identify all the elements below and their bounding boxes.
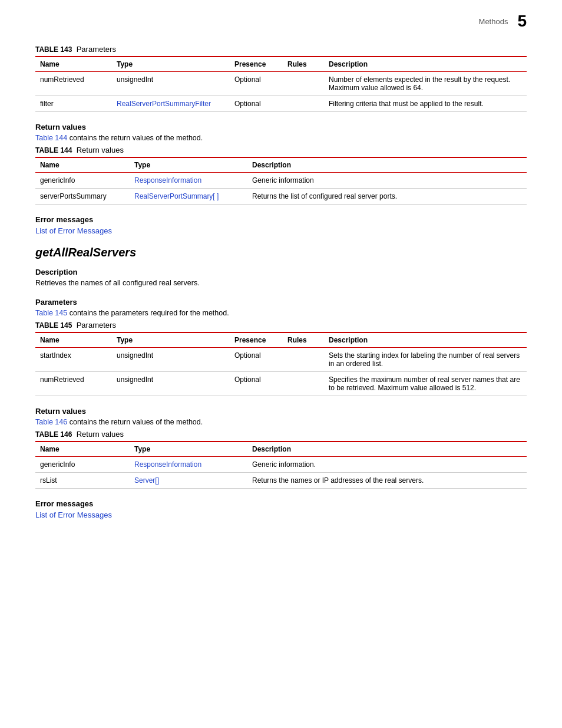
col-header-type: Type bbox=[112, 57, 230, 72]
table145-label: TABLE 145 Parameters bbox=[35, 321, 527, 330]
table-row: startIndex unsignedInt Optional Sets the… bbox=[35, 348, 527, 372]
error-messages-143-link[interactable]: List of Error Messages bbox=[35, 226, 112, 235]
cell-name: serverPortsSummary bbox=[35, 189, 130, 205]
col-header-description: Description bbox=[247, 157, 527, 173]
cell-rules bbox=[283, 72, 324, 96]
cell-type[interactable]: ResponseInformation bbox=[130, 173, 247, 189]
col-header-name: Name bbox=[35, 57, 112, 72]
cell-description: Generic information. bbox=[247, 457, 527, 473]
table146: Name Type Description genericInfo Respon… bbox=[35, 441, 527, 489]
cell-rules bbox=[283, 348, 324, 372]
cell-type[interactable]: Server[] bbox=[130, 473, 247, 489]
cell-name: startIndex bbox=[35, 348, 112, 372]
cell-name: filter bbox=[35, 96, 112, 112]
table144-ref-link[interactable]: Table 144 bbox=[35, 134, 67, 142]
parameters-145-section: Parameters Table 145 contains the parame… bbox=[35, 298, 527, 396]
table-row: numRetrieved unsignedInt Optional Number… bbox=[35, 72, 527, 96]
return-values-145: Return values Table 146 contains the ret… bbox=[35, 407, 527, 489]
section-label: Methods bbox=[479, 17, 508, 26]
cell-name: numRetrieved bbox=[35, 72, 112, 96]
cell-type: unsignedInt bbox=[112, 372, 230, 396]
col-header-name: Name bbox=[35, 157, 130, 173]
table144-label: TABLE 144 Return values bbox=[35, 146, 527, 154]
table146-header-row: Name Type Description bbox=[35, 442, 527, 457]
table143-section: TABLE 143 Parameters Name Type Presence … bbox=[35, 45, 527, 112]
cell-rules bbox=[283, 372, 324, 396]
table-row: genericInfo ResponseInformation Generic … bbox=[35, 457, 527, 473]
col-header-presence: Presence bbox=[230, 57, 283, 72]
table145: Name Type Presence Rules Description sta… bbox=[35, 332, 527, 396]
cell-name: rsList bbox=[35, 473, 130, 489]
col-header-presence: Presence bbox=[230, 332, 283, 348]
table146-label: TABLE 146 Return values bbox=[35, 430, 527, 439]
cell-type[interactable]: RealServerPortSummary[ ] bbox=[130, 189, 247, 205]
col-header-rules: Rules bbox=[283, 57, 324, 72]
cell-name: numRetrieved bbox=[35, 372, 112, 396]
cell-rules bbox=[283, 96, 324, 112]
cell-type[interactable]: RealServerPortSummaryFilter bbox=[112, 96, 230, 112]
col-header-description: Description bbox=[324, 57, 527, 72]
parameters-145-intro: Table 145 contains the parameters requir… bbox=[35, 309, 527, 317]
table145-ref-link[interactable]: Table 145 bbox=[35, 309, 67, 317]
table143-label: TABLE 143 Parameters bbox=[35, 45, 527, 54]
parameters-145-title: Parameters bbox=[35, 298, 527, 307]
description-section: Description Retrieves the names of all c… bbox=[35, 268, 527, 287]
col-header-description: Description bbox=[324, 332, 527, 348]
table146-ref-link[interactable]: Table 146 bbox=[35, 418, 67, 426]
table-row: genericInfo ResponseInformation Generic … bbox=[35, 173, 527, 189]
cell-description: Specifies the maximum number of real ser… bbox=[324, 372, 527, 396]
return-values-143-title: Return values bbox=[35, 123, 527, 131]
table145-header-row: Name Type Presence Rules Description bbox=[35, 332, 527, 348]
error-messages-145-title: Error messages bbox=[35, 499, 527, 508]
table-row: serverPortsSummary RealServerPortSummary… bbox=[35, 189, 527, 205]
table144: Name Type Description genericInfo Respon… bbox=[35, 157, 527, 205]
page-header: Methods 5 bbox=[35, 12, 527, 33]
cell-type: unsignedInt bbox=[112, 72, 230, 96]
col-header-type: Type bbox=[130, 442, 247, 457]
return-values-143: Return values Table 144 contains the ret… bbox=[35, 123, 527, 205]
table-row: rsList Server[] Returns the names or IP … bbox=[35, 473, 527, 489]
return-values-145-title: Return values bbox=[35, 407, 527, 416]
cell-presence: Optional bbox=[230, 96, 283, 112]
return-values-143-intro: Table 144 contains the return values of … bbox=[35, 134, 527, 142]
col-header-type: Type bbox=[130, 157, 247, 173]
cell-description: Returns the list of configured real serv… bbox=[247, 189, 527, 205]
cell-presence: Optional bbox=[230, 372, 283, 396]
description-text: Retrieves the names of all configured re… bbox=[35, 279, 527, 287]
col-header-type: Type bbox=[112, 332, 230, 348]
cell-presence: Optional bbox=[230, 348, 283, 372]
error-messages-145: Error messages List of Error Messages bbox=[35, 499, 527, 519]
error-messages-143-title: Error messages bbox=[35, 215, 527, 224]
cell-type: unsignedInt bbox=[112, 348, 230, 372]
description-title: Description bbox=[35, 268, 527, 276]
table144-header-row: Name Type Description bbox=[35, 157, 527, 173]
return-values-145-intro: Table 146 contains the return values of … bbox=[35, 418, 527, 426]
method-title: getAllRealServers bbox=[35, 246, 527, 259]
col-header-rules: Rules bbox=[283, 332, 324, 348]
cell-description: Number of elements expected in the resul… bbox=[324, 72, 527, 96]
table-row: filter RealServerPortSummaryFilter Optio… bbox=[35, 96, 527, 112]
table143-header-row: Name Type Presence Rules Description bbox=[35, 57, 527, 72]
cell-description: Generic information bbox=[247, 173, 527, 189]
cell-description: Sets the starting index for labeling the… bbox=[324, 348, 527, 372]
cell-presence: Optional bbox=[230, 72, 283, 96]
cell-name: genericInfo bbox=[35, 457, 130, 473]
col-header-name: Name bbox=[35, 332, 112, 348]
cell-type[interactable]: ResponseInformation bbox=[130, 457, 247, 473]
error-messages-143: Error messages List of Error Messages bbox=[35, 215, 527, 235]
table-row: numRetrieved unsignedInt Optional Specif… bbox=[35, 372, 527, 396]
cell-description: Returns the names or IP addresses of the… bbox=[247, 473, 527, 489]
col-header-name: Name bbox=[35, 442, 130, 457]
col-header-description: Description bbox=[247, 442, 527, 457]
cell-name: genericInfo bbox=[35, 173, 130, 189]
page-number: 5 bbox=[517, 12, 527, 31]
cell-description: Filtering criteria that must be applied … bbox=[324, 96, 527, 112]
error-messages-145-link[interactable]: List of Error Messages bbox=[35, 510, 112, 519]
table143: Name Type Presence Rules Description num… bbox=[35, 56, 527, 112]
